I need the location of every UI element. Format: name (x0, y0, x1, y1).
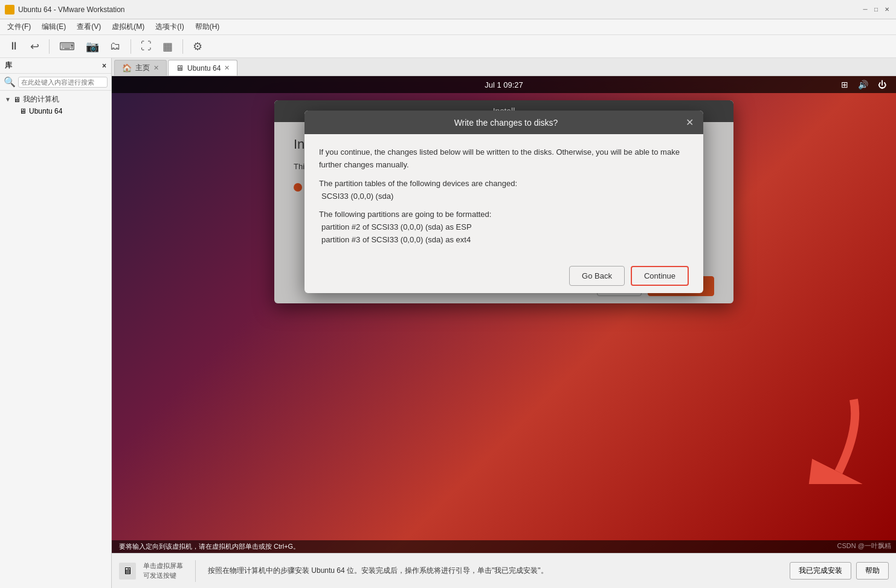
network-icon: ⊞ (841, 80, 848, 89)
main-area: 库 × 🔍 ▼ 🖥 我的计算机 🖥 Ubuntu 64 (0, 58, 896, 588)
menu-file[interactable]: 文件(F) (2, 21, 36, 33)
bottom-separator (195, 560, 196, 582)
monitor-icon: 🖥 (123, 566, 132, 577)
sidebar-tree: ▼ 🖥 我的计算机 🖥 Ubuntu 64 (0, 91, 111, 119)
window-controls: ─ □ ✕ (861, 5, 891, 14)
sidebar-title: 库 (5, 60, 12, 71)
snapshot-button[interactable]: 📷 (82, 38, 103, 55)
bottom-main-text: 按照在物理计算机中的步骤安装 Ubuntu 64 位。安装完成后，操作系统将进行… (208, 566, 782, 576)
sidebar-item-ubuntu64[interactable]: 🖥 Ubuntu 64 (15, 106, 111, 117)
partition-tables-block: The partition tables of the following de… (319, 178, 689, 203)
menu-bar: 文件(F) 编辑(E) 查看(V) 虚拟机(M) 选项卡(I) 帮助(H) (0, 19, 896, 35)
write-changes-modal: Write the changes to disks? ✕ If you con… (305, 111, 703, 293)
partition-1: partition #2 of SCSI33 (0,0,0) (sda) as … (321, 221, 689, 234)
window-title: Ubuntu 64 - VMware Workstation (18, 5, 861, 14)
toolbar-separator-2 (131, 39, 131, 54)
sidebar-children: 🖥 Ubuntu 64 (0, 106, 111, 117)
vm-status-icon: 🖥 (119, 563, 136, 580)
minimize-button[interactable]: ─ (861, 5, 869, 14)
arrow-annotation (805, 393, 872, 486)
vm-hint-text: 要将输入定向到该虚拟机，请在虚拟机内部单击或按 Ctrl+G。 (119, 543, 300, 550)
search-input[interactable] (18, 77, 108, 88)
menu-edit[interactable]: 编辑(E) (37, 21, 71, 33)
search-icon: 🔍 (4, 76, 16, 88)
sidebar: 库 × 🔍 ▼ 🖥 我的计算机 🖥 Ubuntu 64 (0, 58, 112, 588)
bottom-buttons: 我已完成安装 帮助 (790, 562, 889, 580)
partition-tables-device: SCSI33 (0,0,0) (sda) (321, 190, 689, 203)
click-hint-box: 单击虚拟屏幕 可发送按键 (143, 561, 183, 580)
partitions-title: The following partitions are going to be… (319, 208, 689, 221)
toolbar-separator-1 (49, 39, 50, 54)
send-ctrl-alt-del[interactable]: ⌨ (56, 38, 79, 55)
bottom-bar: 🖥 单击虚拟屏幕 可发送按键 按照在物理计算机中的步骤安装 Ubuntu 64 … (112, 553, 896, 588)
click-hint-line1: 单击虚拟屏幕 (143, 561, 183, 570)
snapshot-manager[interactable]: 🗂 (106, 38, 124, 55)
vm-status-bar: Jul 1 09:27 ⊞ 🔊 ⏻ (112, 76, 896, 93)
complete-install-button[interactable]: 我已完成安装 (790, 562, 851, 580)
tab-home-label: 主页 (135, 63, 150, 73)
sidebar-item-my-computer[interactable]: ▼ 🖥 我的计算机 (0, 93, 111, 106)
home-icon: 🏠 (122, 63, 132, 73)
partitions-block: The following partitions are going to be… (319, 208, 689, 246)
tab-ubuntu64[interactable]: 🖥 Ubuntu 64 ✕ (168, 60, 237, 76)
content-area: 🏠 主页 ✕ 🖥 Ubuntu 64 ✕ Jul 1 09:27 (112, 58, 896, 588)
computer-icon: 🖥 (13, 95, 21, 104)
watermark: CSDN @一叶飘精 (837, 541, 891, 551)
revert-button[interactable]: ↩ (27, 38, 43, 55)
modal-header: Write the changes to disks? ✕ (305, 111, 703, 134)
partition-tables-title: The partition tables of the following de… (319, 178, 689, 190)
modal-body-line1: If you continue, the changes listed belo… (319, 146, 689, 172)
modal-overlay: Write the changes to disks? ✕ If you con… (274, 100, 733, 303)
settings-button[interactable]: ⚙ (189, 38, 206, 55)
tab-ubuntu64-label: Ubuntu 64 (187, 64, 221, 73)
vm-status-right: ⊞ 🔊 ⏻ (841, 80, 886, 89)
vmware-window: Ubuntu 64 - VMware Workstation ─ □ ✕ 文件(… (0, 0, 896, 588)
tab-ubuntu64-close[interactable]: ✕ (224, 64, 230, 72)
sidebar-close-icon[interactable]: × (102, 62, 106, 70)
modal-body: If you continue, the changes listed belo… (305, 134, 703, 259)
sidebar-header: 库 × (0, 58, 111, 74)
tab-bar: 🏠 主页 ✕ 🖥 Ubuntu 64 ✕ (112, 58, 896, 76)
red-arrow-icon (805, 393, 872, 484)
tab-home-close[interactable]: ✕ (153, 64, 159, 72)
menu-vm[interactable]: 虚拟机(M) (107, 21, 149, 33)
sidebar-item-my-computer-label: 我的计算机 (23, 94, 59, 105)
vm-tab-icon: 🖥 (176, 63, 184, 73)
sidebar-search-area: 🔍 (0, 74, 111, 91)
vm-hint-bar: 要将输入定向到该虚拟机，请在虚拟机内部单击或按 Ctrl+G。 (112, 540, 896, 553)
menu-tab[interactable]: 选项卡(I) (150, 21, 189, 33)
vm-screen[interactable]: Jul 1 09:27 ⊞ 🔊 ⏻ Install Ins (112, 76, 896, 553)
installer-container: Install Installation type This computer … (274, 100, 733, 303)
partition-2: partition #3 of SCSI33 (0,0,0) (sda) as … (321, 234, 689, 247)
continue-button[interactable]: Continue (631, 266, 689, 286)
tab-home[interactable]: 🏠 主页 ✕ (114, 60, 167, 76)
toolbar-separator-3 (182, 39, 183, 54)
modal-footer: Go Back Continue (305, 259, 703, 293)
vm-display[interactable]: Jul 1 09:27 ⊞ 🔊 ⏻ Install Ins (112, 76, 896, 553)
click-hint-line2: 可发送按键 (143, 571, 183, 580)
vmware-icon (5, 5, 15, 15)
volume-icon: 🔊 (858, 80, 868, 89)
go-back-button[interactable]: Go Back (569, 266, 625, 286)
fullscreen-button[interactable]: ⛶ (137, 38, 155, 55)
vm-datetime: Jul 1 09:27 (485, 80, 523, 89)
tree-arrow-icon: ▼ (5, 96, 11, 103)
maximize-button[interactable]: □ (872, 5, 880, 14)
modal-close-icon[interactable]: ✕ (686, 117, 694, 128)
vm-icon: 🖥 (19, 107, 27, 115)
title-bar: Ubuntu 64 - VMware Workstation ─ □ ✕ (0, 0, 896, 19)
power-button[interactable]: ⏸ (5, 38, 23, 55)
menu-help[interactable]: 帮助(H) (190, 21, 225, 33)
power-icon: ⏻ (878, 80, 886, 89)
watermark-text: CSDN @一叶飘精 (837, 542, 891, 549)
sidebar-item-ubuntu64-label: Ubuntu 64 (29, 107, 62, 115)
close-button[interactable]: ✕ (883, 5, 891, 14)
help-button[interactable]: 帮助 (856, 562, 889, 580)
modal-title: Write the changes to disks? (326, 118, 686, 128)
menu-view[interactable]: 查看(V) (72, 21, 106, 33)
toolbar: ⏸ ↩ ⌨ 📷 🗂 ⛶ ▦ ⚙ (0, 35, 896, 58)
unity-button[interactable]: ▦ (159, 38, 176, 55)
